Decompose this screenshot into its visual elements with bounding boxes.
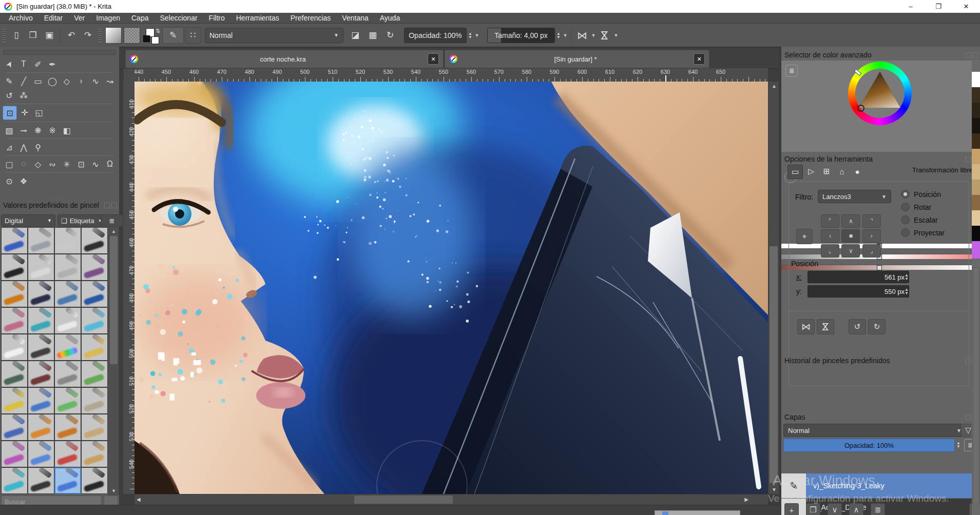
anchor-point-4[interactable]: ■ [841,229,860,243]
docker-close-icon[interactable] [973,52,978,58]
scrollbar-thumb[interactable] [110,236,118,364]
anchor-point-0[interactable]: ⌜ [821,214,839,228]
brush-preset-35[interactable] [81,441,108,467]
reload-preset-button[interactable]: ↻ [382,27,398,44]
menu-filtro[interactable]: Filtro [203,14,230,22]
anchor-point-1[interactable]: ∧ [841,214,860,228]
anchor-point-7[interactable]: ∨ [841,244,860,258]
warp-mode-button[interactable]: ⊞ [819,165,834,178]
brush-preset-11[interactable] [81,281,108,307]
menu-ventana[interactable]: Ventana [336,14,374,22]
crop-tool[interactable]: ◱ [32,106,46,119]
selector-settings-icon[interactable]: ≣ [785,65,798,77]
foreground-background-colors[interactable]: ⇅ [143,28,160,43]
ellipse-tool[interactable]: ◯ [46,74,59,88]
dynamic-brush-tool[interactable]: ↺ [3,89,16,102]
tab-close-icon[interactable]: ✕ [428,53,439,65]
brush-preset-39[interactable] [81,467,108,494]
color-history-swatch-6[interactable] [972,164,980,182]
choose-brush-preset-button[interactable]: ∷ [185,27,201,44]
color-history-swatch-9[interactable] [972,210,980,228]
close-button[interactable]: ✕ [952,0,980,13]
brush-preset-0[interactable] [1,227,28,254]
move-layer-down-button[interactable]: ∨ [828,503,842,515]
mirror-horizontal-button[interactable]: ⋈ [574,28,590,43]
toolbox-drag-handle[interactable] [3,50,116,55]
docker-splitter-handle[interactable]: ······ [0,196,119,200]
calligraphy-tool[interactable]: ✒ [46,57,59,71]
dock-scroll-groove[interactable] [973,267,979,504]
anchor-point-8[interactable]: ⌟ [862,244,881,258]
color-history-swatch-3[interactable] [972,118,980,135]
undo-button[interactable]: ↶ [64,28,79,43]
canvas[interactable] [134,82,768,494]
color-history-swatch-10[interactable] [972,226,980,243]
y-position-field[interactable]: 550 px [808,285,909,298]
tag-filter-button[interactable]: ❑ Etiqueta ▾ [57,214,105,227]
brush-preset-29[interactable] [28,414,54,441]
color-history-swatch-2[interactable] [972,103,980,120]
move-tool[interactable]: ✛ [18,106,31,119]
smart-patch-tool[interactable]: ❋ [31,124,45,137]
open-document-button[interactable]: ❒ [25,28,41,43]
rotate-cw-button[interactable]: ↻ [868,319,886,334]
docker-float-icon[interactable] [966,358,971,364]
brush-engine-combo[interactable]: Digital ▼ [1,214,55,227]
scroll-up-icon[interactable]: ▲ [772,83,777,89]
filter-combo[interactable]: Lanczos3 ▼ [818,190,891,203]
brush-preset-16[interactable] [1,334,28,361]
polygon-tool[interactable]: ◇ [60,74,73,88]
transform-tool[interactable]: ⊡ [3,106,17,120]
size-dropdown-icon[interactable]: ▼ [562,33,568,38]
scroll-left-icon[interactable]: ◀ [137,497,141,502]
add-layer-button[interactable]: + [784,503,799,515]
mirror-vertical-button[interactable]: ⋈ [597,28,612,43]
color-history-swatch-0[interactable] [972,72,980,89]
radio-escalar[interactable]: Escalar [901,213,945,226]
docker-close-icon[interactable] [111,203,117,208]
flip-horizontal-button[interactable]: ⋈ [797,319,815,334]
freehand-select-tool[interactable]: ∾ [46,157,59,171]
bezier-curve-tool[interactable]: ∿ [89,74,102,88]
scroll-down-icon[interactable]: ▼ [109,488,119,493]
canvas-horizontal-scrollbar[interactable]: ◀ ▶ [134,494,768,505]
liquify-mode-button[interactable]: ● [850,165,864,178]
brush-preset-26[interactable] [54,387,81,414]
menu-preferencias[interactable]: Preferencias [285,14,337,22]
x-position-field[interactable]: 561 px [808,271,909,283]
scroll-up-icon[interactable]: ▲ [109,229,119,234]
select-shapes-tool[interactable]: ➤ [1,55,18,73]
menu-imagen[interactable]: Imagen [90,14,126,22]
brush-preset-13[interactable] [28,307,54,334]
menu-ayuda[interactable]: Ayuda [374,14,406,22]
tab-corte-noche[interactable]: corte noche.kra ✕ [125,50,444,68]
brush-preset-14[interactable] [54,307,81,334]
toolbar-grip[interactable] [2,29,6,42]
brush-preset-21[interactable] [28,361,54,387]
brush-preset-23[interactable] [81,361,108,387]
eraser-mode-button[interactable]: ◪ [347,27,363,44]
rectangle-tool[interactable]: ▭ [31,74,45,88]
new-document-button[interactable]: ▯ [9,28,24,43]
menu-archivo[interactable]: Archivo [3,14,39,22]
brush-preset-9[interactable] [28,281,54,307]
text-tool[interactable]: T [17,57,30,71]
docker-float-icon[interactable] [966,414,971,420]
freehand-brush-tool[interactable]: ✎ [3,74,16,88]
free-transform-mode-button[interactable]: ▭ [787,165,803,179]
size-spin-buttons[interactable]: ▲▼ [555,28,562,43]
brush-preset-19[interactable] [81,334,108,361]
blending-mode-combo[interactable]: Normal ▼ [205,28,343,43]
measure-tool[interactable]: ⊿ [3,141,16,154]
y-spin-buttons[interactable]: ▲▼ [903,284,910,299]
ellipse-select-tool[interactable]: ◌ [17,157,30,171]
move-layer-up-button[interactable]: ∧ [849,503,863,515]
brush-preset-10[interactable] [54,281,81,307]
radio-proyectar[interactable]: Proyectar [901,226,945,239]
bezier-select-tool[interactable]: ∿ [89,157,102,171]
radio-rotar[interactable]: Rotar [901,201,945,213]
menu-herramientas[interactable]: Herramientas [230,14,285,22]
swap-colors-icon[interactable]: ⇅ [156,28,160,34]
perspective-mode-button[interactable]: ▷ [804,165,818,178]
multibrush-tool[interactable]: ⁂ [17,89,30,102]
